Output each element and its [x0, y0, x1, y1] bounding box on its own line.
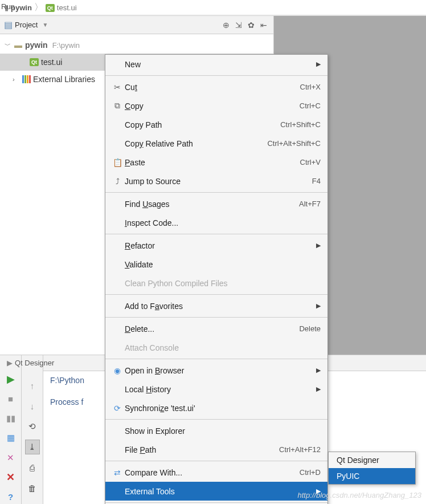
menu-compare-with[interactable]: ⇄Compare With...Ctrl+D [105, 463, 327, 482]
chevron-down-icon[interactable]: ▼ [42, 22, 48, 28]
project-view-icon: ▤ [3, 19, 13, 30]
down-icon[interactable]: ↓ [25, 399, 40, 413]
project-header: ▤ Project ▼ ⊕ ⇲ ✿ ⇤ [0, 16, 273, 34]
menu-validate[interactable]: Validate [105, 255, 327, 274]
qt-file-icon: Qt [30, 58, 39, 66]
tree-root[interactable]: ﹀ ▬ pywin F:\pywin [0, 36, 273, 54]
menu-new[interactable]: New▶ [105, 55, 327, 74]
wrap-icon[interactable]: ⟲ [25, 419, 40, 434]
chevron-down-icon[interactable]: ﹀ [5, 41, 13, 50]
chevron-right-icon: 〉 [34, 2, 43, 14]
library-icon [22, 75, 31, 83]
print-icon[interactable]: ⎙ [25, 460, 40, 475]
project-header-label[interactable]: Project [15, 21, 38, 29]
chevron-right-icon[interactable]: › [13, 76, 21, 83]
gear-icon[interactable]: ✿ [245, 19, 257, 31]
submenu-pyuic[interactable]: PyUIC [329, 468, 415, 484]
stop-icon[interactable]: ■ [3, 392, 18, 405]
tree-libs-label: External Libraries [33, 75, 95, 84]
menu-attach-console: Attach Console [105, 338, 327, 357]
tree-root-label: pywin [25, 40, 48, 50]
tree-root-path: F:\pywin [52, 41, 80, 50]
run-toolbar-left: Run ▶ ■ ▮▮ ▦ ✕ ✕ ? [0, 355, 22, 504]
pause-icon[interactable]: ▮▮ [3, 412, 18, 425]
compare-icon: ⇄ [110, 468, 125, 477]
menu-copy[interactable]: ⧉CopyCtrl+C [105, 96, 327, 115]
play-small-icon: ▶ [7, 359, 13, 367]
pin-icon[interactable]: ✕ [3, 451, 18, 465]
collapse-all-icon[interactable]: ⇲ [232, 19, 245, 31]
scissors-icon: ✂ [110, 83, 125, 92]
menu-delete[interactable]: Delete...Delete [105, 319, 327, 338]
locate-icon[interactable]: ⊕ [220, 19, 232, 31]
menu-synchronize[interactable]: ⟳Synchronize 'test.ui' [105, 399, 327, 417]
breadcrumb-file-label: test.ui [57, 3, 77, 12]
run-toolbar-2: ↑ ↓ ⟲ ⤓ ⎙ 🗑 [22, 355, 43, 504]
menu-paste[interactable]: 📋PasteCtrl+V [105, 153, 327, 172]
globe-icon: ◉ [110, 366, 125, 375]
menu-open-browser[interactable]: ◉Open in Browser▶ [105, 361, 327, 380]
layout-icon[interactable]: ▦ [3, 431, 18, 445]
qt-file-icon: Qt [46, 4, 55, 12]
menu-jump-to-source[interactable]: ⤴Jump to SourceF4 [105, 172, 327, 190]
console-text: F:\Python [50, 376, 84, 385]
sync-icon: ⟳ [110, 404, 125, 413]
tree-file-label: test.ui [41, 58, 62, 67]
breadcrumb-file[interactable]: Qt test.ui [46, 3, 77, 12]
menu-clean-python: Clean Python Compiled Files [105, 274, 327, 292]
play-icon[interactable]: ▶ [3, 372, 18, 386]
submenu-qt-designer[interactable]: Qt Designer [329, 452, 415, 468]
menu-file-path[interactable]: File PathCtrl+Alt+F12 [105, 440, 327, 459]
run-tab-label: Run [1, 2, 15, 11]
context-menu: New▶ ✂CutCtrl+X ⧉CopyCtrl+C Copy PathCtr… [105, 54, 328, 504]
menu-find-usages[interactable]: Find UsagesAlt+F7 [105, 194, 327, 213]
menu-cut[interactable]: ✂CutCtrl+X [105, 78, 327, 96]
menu-inspect-code[interactable]: Inspect Code... [105, 213, 327, 232]
run-config-label: Qt Designer [15, 359, 54, 367]
menu-external-tools[interactable]: External Tools▶ [105, 482, 327, 501]
trash-icon[interactable]: 🗑 [25, 481, 40, 495]
close-icon[interactable]: ✕ [3, 470, 18, 484]
menu-local-history[interactable]: Local History▶ [105, 380, 327, 399]
scroll-to-end-icon[interactable]: ⤓ [25, 440, 40, 454]
menu-copy-path[interactable]: Copy PathCtrl+Shift+C [105, 115, 327, 134]
help-icon[interactable]: ? [3, 490, 18, 504]
paste-icon: 📋 [110, 158, 125, 167]
menu-copy-relative-path[interactable]: Copy Relative PathCtrl+Alt+Shift+C [105, 134, 327, 153]
copy-icon: ⧉ [110, 101, 125, 111]
folder-icon: ▬ [13, 40, 24, 50]
run-tab[interactable]: Run [1, 2, 15, 11]
external-tools-submenu: Qt Designer PyUIC [328, 452, 416, 485]
menu-add-favorites[interactable]: Add to Favorites▶ [105, 296, 327, 315]
menu-refactor[interactable]: Refactor▶ [105, 236, 327, 255]
hide-icon[interactable]: ⇤ [257, 19, 270, 31]
menu-show-explorer[interactable]: Show in Explorer [105, 421, 327, 440]
jump-icon: ⤴ [110, 177, 125, 186]
up-icon[interactable]: ↑ [25, 378, 40, 393]
breadcrumb: ▮ pywin 〉 Qt test.ui [0, 0, 426, 16]
